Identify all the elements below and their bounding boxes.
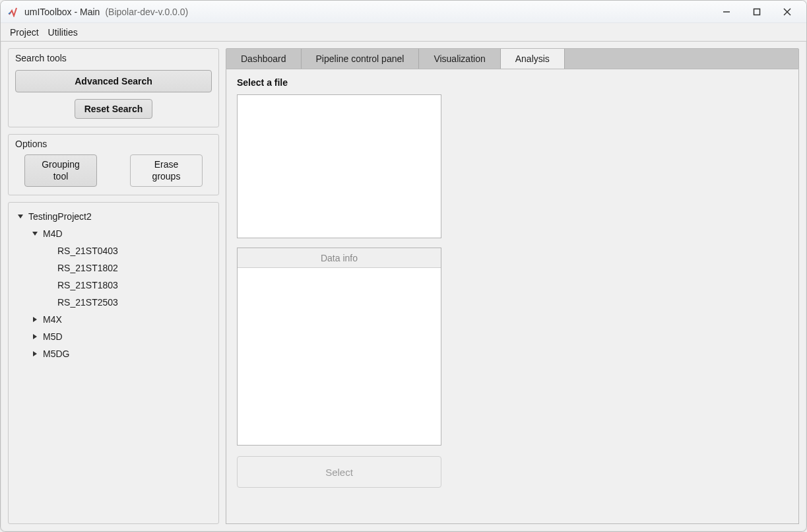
tree-node-root[interactable]: TestingProject2 xyxy=(13,208,214,225)
data-info-body xyxy=(238,268,441,445)
svg-marker-6 xyxy=(33,317,37,322)
tree-node-m4d[interactable]: M4D xyxy=(27,225,214,242)
tree-node-m5dg[interactable]: M5DG xyxy=(27,345,214,362)
data-info-panel: Data info xyxy=(237,248,441,446)
project-tree[interactable]: TestingProject2 M4D xyxy=(8,202,219,524)
tree-node-label: M4X xyxy=(43,314,62,325)
data-info-header: Data info xyxy=(238,248,441,268)
svg-rect-1 xyxy=(754,9,760,15)
left-column: Search tools Advanced Search Reset Searc… xyxy=(8,48,219,524)
select-button[interactable]: Select xyxy=(237,456,441,488)
tree-node-m4x[interactable]: M4X xyxy=(27,311,214,328)
tab-body-analysis: Select a file Data info Select xyxy=(226,69,799,524)
tree-node-label: RS_21ST0403 xyxy=(57,246,118,256)
close-button[interactable] xyxy=(772,2,802,22)
chevron-right-icon xyxy=(30,349,40,359)
erase-groups-button[interactable]: Erase groups xyxy=(130,154,203,187)
select-file-label: Select a file xyxy=(237,77,441,88)
content-area: Search tools Advanced Search Reset Searc… xyxy=(1,42,806,531)
tree-node-label: RS_21ST1803 xyxy=(57,280,118,290)
window-subtitle: (Bipolar-dev-v.0.0.0) xyxy=(105,7,188,17)
erase-groups-label-1: Erase xyxy=(139,159,194,171)
right-column: Dashboard Pipeline control panel Visuali… xyxy=(226,48,799,524)
search-tools-title: Search tools xyxy=(9,49,218,65)
grouping-tool-label-1: Grouping xyxy=(33,159,88,171)
search-tools-panel: Search tools Advanced Search Reset Searc… xyxy=(8,48,219,127)
window-title: umIToolbox - Main xyxy=(24,7,100,17)
analysis-left-pane: Select a file Data info Select xyxy=(237,77,441,515)
matlab-icon xyxy=(7,6,19,18)
tree-node-label: M5D xyxy=(43,331,63,342)
options-panel: Options Grouping tool Erase groups xyxy=(8,134,219,195)
svg-marker-7 xyxy=(33,334,37,339)
tab-visualization[interactable]: Visualization xyxy=(419,49,500,69)
maximize-button[interactable] xyxy=(742,2,772,22)
svg-marker-8 xyxy=(33,351,37,356)
chevron-down-icon xyxy=(30,228,40,239)
svg-marker-5 xyxy=(32,232,38,236)
menu-utilities[interactable]: Utilities xyxy=(48,27,78,38)
file-listbox[interactable] xyxy=(237,94,441,238)
tree-leaf[interactable]: RS_21ST1803 xyxy=(42,277,214,294)
tab-analysis[interactable]: Analysis xyxy=(501,49,565,69)
tree-node-label: M4D xyxy=(43,228,63,239)
tab-strip: Dashboard Pipeline control panel Visuali… xyxy=(226,48,799,69)
chevron-right-icon xyxy=(30,314,40,325)
minimize-button[interactable] xyxy=(711,2,742,22)
tree-node-m5d[interactable]: M5D xyxy=(27,328,214,345)
tree-leaf[interactable]: RS_21ST1802 xyxy=(42,259,214,277)
menubar: Project Utilities xyxy=(1,23,806,42)
grouping-tool-label-2: tool xyxy=(33,171,88,183)
tree-leaf[interactable]: RS_21ST0403 xyxy=(42,242,214,259)
chevron-right-icon xyxy=(30,331,40,342)
tree-node-label: RS_21ST1802 xyxy=(57,263,118,273)
tab-dashboard[interactable]: Dashboard xyxy=(226,49,302,69)
advanced-search-button[interactable]: Advanced Search xyxy=(15,70,212,92)
tree-node-label: TestingProject2 xyxy=(28,211,92,222)
tree-node-label: RS_21ST2503 xyxy=(57,297,118,308)
options-title: Options xyxy=(9,135,218,150)
chevron-down-icon xyxy=(15,211,26,222)
app-window: umIToolbox - Main (Bipolar-dev-v.0.0.0) … xyxy=(0,0,807,532)
erase-groups-label-2: groups xyxy=(139,171,194,183)
tree-leaf[interactable]: RS_21ST2503 xyxy=(42,294,214,311)
reset-search-button[interactable]: Reset Search xyxy=(75,99,153,119)
tab-pipeline[interactable]: Pipeline control panel xyxy=(302,49,420,69)
titlebar: umIToolbox - Main (Bipolar-dev-v.0.0.0) xyxy=(1,1,806,23)
menu-project[interactable]: Project xyxy=(10,27,39,38)
grouping-tool-button[interactable]: Grouping tool xyxy=(24,154,97,187)
svg-marker-4 xyxy=(18,215,23,218)
tree-node-label: M5DG xyxy=(43,349,69,359)
